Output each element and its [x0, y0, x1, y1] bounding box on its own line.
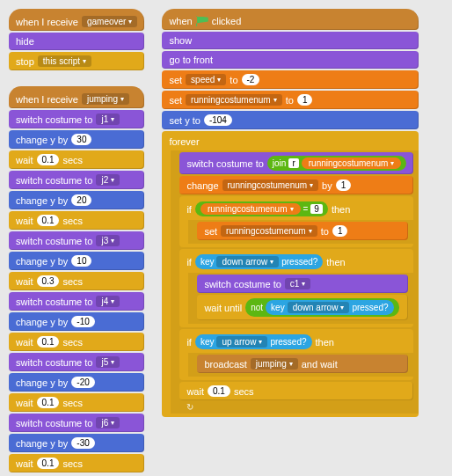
- switch-costume-block[interactable]: switch costume to j2: [9, 171, 144, 189]
- change-y-block[interactable]: change y by 30: [9, 130, 144, 149]
- set-y-block[interactable]: set y to -104: [162, 111, 419, 129]
- label: if: [186, 204, 192, 215]
- value-input[interactable]: 0.1: [37, 397, 60, 408]
- costume-dropdown[interactable]: j1: [96, 114, 120, 125]
- value-input[interactable]: 20: [71, 194, 91, 206]
- label: change y by: [16, 135, 68, 145]
- switch-costume-block[interactable]: switch costume to j5: [9, 353, 144, 371]
- switch-costume-c1-block[interactable]: switch costume to c1: [197, 275, 408, 293]
- change-y-block[interactable]: change y by -10: [9, 312, 144, 331]
- set-rcn-block[interactable]: set runningcostumenum to 1: [162, 91, 419, 109]
- if-down-arrow-block[interactable]: if key down arrow pressed? then switch c…: [179, 249, 413, 327]
- label: broadcast: [204, 359, 246, 370]
- change-y-block[interactable]: change y by -20: [9, 373, 144, 392]
- green-flag-icon: [196, 16, 208, 26]
- value-input[interactable]: -10: [71, 316, 94, 327]
- change-rcn-block[interactable]: change runningcostumenum by 1: [179, 176, 413, 194]
- value-input[interactable]: -2: [242, 74, 260, 85]
- show-block[interactable]: show: [162, 32, 419, 49]
- message-dropdown[interactable]: jumping: [82, 93, 129, 105]
- switch-costume-join-block[interactable]: switch costume to join r runningcostumen…: [179, 152, 413, 174]
- key-dropdown[interactable]: down arrow: [216, 256, 279, 267]
- key-dropdown[interactable]: up arrow: [216, 336, 267, 348]
- costume-dropdown[interactable]: j3: [96, 235, 120, 246]
- wait-block[interactable]: wait 0.1 secs: [9, 454, 144, 472]
- costume-dropdown[interactable]: j5: [96, 356, 120, 368]
- stop-dropdown[interactable]: this script: [38, 55, 91, 67]
- value-input[interactable]: 1: [336, 179, 352, 191]
- switch-costume-block[interactable]: switch costume to j6: [9, 414, 144, 432]
- value-input[interactable]: -104: [204, 114, 232, 126]
- set-speed-block[interactable]: set speed to -2: [162, 70, 419, 89]
- var-dropdown[interactable]: speed: [186, 74, 226, 85]
- value-input[interactable]: -20: [71, 377, 94, 388]
- hat-receive-gameover[interactable]: when I receive gameover: [9, 9, 144, 31]
- value-input[interactable]: 10: [71, 255, 91, 267]
- costume-dropdown[interactable]: c1: [285, 278, 311, 289]
- switch-costume-block[interactable]: switch costume to j3: [9, 231, 144, 250]
- costume-dropdown[interactable]: j2: [96, 174, 120, 186]
- key-dropdown[interactable]: down arrow: [288, 302, 350, 313]
- hat-flag-clicked[interactable]: when clicked: [162, 9, 419, 30]
- hat-receive-jumping[interactable]: when I receive jumping: [9, 86, 144, 108]
- change-y-block[interactable]: change y by 10: [9, 252, 144, 270]
- change-y-block[interactable]: change y by -30: [9, 434, 144, 452]
- label: then: [332, 204, 350, 215]
- not-reporter[interactable]: not key down arrow pressed?: [245, 298, 398, 317]
- value-input[interactable]: 0.1: [37, 336, 60, 348]
- key-pressed-reporter[interactable]: key down arrow pressed?: [195, 254, 323, 269]
- forever-block[interactable]: forever switch costume to join r running…: [162, 131, 419, 417]
- wait-block[interactable]: wait 0.1 secs: [9, 333, 144, 351]
- change-y-block[interactable]: change y by 20: [9, 191, 144, 209]
- value-input[interactable]: 0.3: [37, 275, 60, 287]
- value-input[interactable]: 0.1: [37, 458, 60, 469]
- jump-rows: switch costume to j1 change y by 30 wait…: [9, 110, 144, 474]
- join-reporter[interactable]: join r runningcostumenum: [267, 156, 407, 171]
- equals-reporter[interactable]: runningcostumenum = 9: [195, 201, 328, 216]
- label: wait: [16, 398, 33, 408]
- value-input[interactable]: 0.1: [37, 215, 60, 226]
- switch-costume-block[interactable]: switch costume to j4: [9, 292, 144, 311]
- message-dropdown[interactable]: jumping: [251, 358, 298, 370]
- var-dropdown[interactable]: runningcostumenum: [222, 179, 319, 191]
- costume-dropdown[interactable]: j6: [96, 417, 120, 428]
- join-left-input[interactable]: r: [288, 158, 298, 168]
- label: wait until: [204, 303, 242, 313]
- value-input[interactable]: 30: [71, 134, 91, 145]
- costume-dropdown[interactable]: j4: [96, 296, 120, 307]
- switch-costume-block[interactable]: switch costume to j1: [9, 110, 144, 128]
- wait-block[interactable]: wait 0.1 secs: [179, 382, 413, 400]
- value-input[interactable]: -30: [71, 437, 94, 449]
- label: then: [316, 337, 334, 348]
- broadcast-wait-block[interactable]: broadcast jumping and wait: [197, 355, 408, 373]
- label: secs: [62, 398, 83, 408]
- label: wait: [16, 155, 33, 165]
- hide-block[interactable]: hide: [9, 33, 144, 50]
- wait-block[interactable]: wait 0.1 secs: [9, 150, 144, 169]
- if-rcn-9-block[interactable]: if runningcostumenum = 9 then set r: [179, 196, 413, 247]
- message-dropdown[interactable]: gameover: [82, 16, 137, 27]
- var-dropdown[interactable]: runningcostumenum: [221, 225, 317, 237]
- var-reporter[interactable]: runningcostumenum: [200, 203, 301, 215]
- set-rcn-reset-block[interactable]: set runningcostumenum to 1: [197, 222, 408, 240]
- value-input[interactable]: 0.1: [208, 385, 230, 397]
- if-up-arrow-block[interactable]: if key up arrow pressed? then broadcast: [179, 329, 413, 380]
- wait-block[interactable]: wait 0.3 secs: [9, 272, 144, 290]
- var-dropdown[interactable]: runningcostumenum: [186, 94, 282, 106]
- label: if: [186, 337, 192, 348]
- label: switch costume to: [204, 279, 281, 289]
- label: secs: [62, 276, 83, 287]
- value-input[interactable]: 1: [297, 94, 313, 106]
- value-input[interactable]: 1: [332, 225, 348, 237]
- label: switch costume to: [16, 236, 92, 246]
- wait-block[interactable]: wait 0.1 secs: [9, 393, 144, 412]
- key-pressed-reporter[interactable]: key up arrow pressed?: [195, 334, 312, 349]
- value-input[interactable]: 9: [310, 204, 323, 214]
- value-input[interactable]: 0.1: [37, 154, 60, 165]
- wait-block[interactable]: wait 0.1 secs: [9, 211, 144, 230]
- wait-until-block[interactable]: wait until not key down arrow pressed?: [197, 295, 408, 320]
- go-to-front-block[interactable]: go to front: [162, 51, 419, 69]
- key-pressed-reporter[interactable]: key down arrow pressed?: [266, 300, 393, 315]
- stop-block[interactable]: stop this script: [9, 52, 144, 70]
- var-reporter[interactable]: runningcostumenum: [302, 157, 402, 169]
